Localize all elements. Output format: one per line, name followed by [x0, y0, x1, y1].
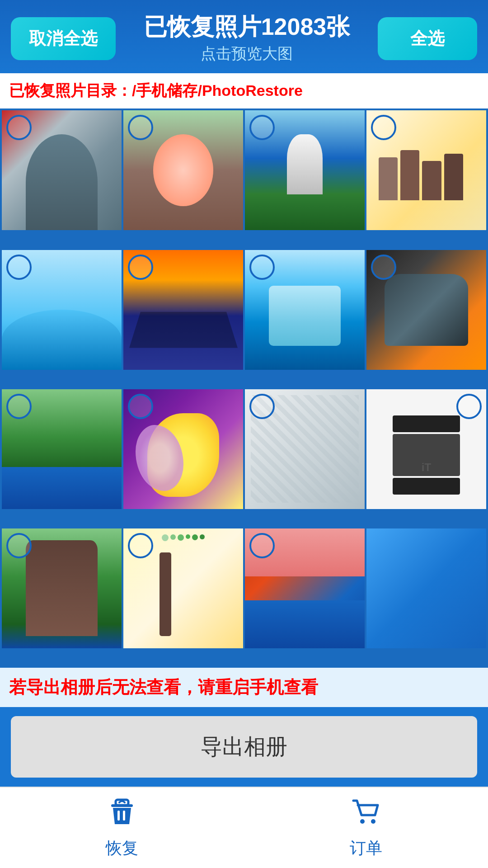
photo-cell-7[interactable] [245, 250, 365, 370]
header-center: 已恢复照片12083张 点击预览大图 [123, 13, 371, 64]
svg-point-5 [371, 819, 375, 824]
cancel-all-button[interactable]: 取消全选 [11, 17, 116, 60]
select-circle-9 [6, 394, 32, 419]
photo-cell-8[interactable] [366, 250, 486, 370]
select-circle-7 [249, 255, 275, 280]
photo-cell-6[interactable] [123, 250, 243, 370]
header-title: 已恢复照片12083张 [123, 13, 371, 41]
select-circle-6 [128, 255, 153, 280]
photo-cell-12[interactable]: iT [366, 389, 486, 509]
nav-restore[interactable]: 恢复 [0, 788, 244, 868]
select-circle-3 [249, 115, 275, 140]
nav-order[interactable]: 订单 [244, 788, 488, 868]
svg-rect-2 [117, 811, 120, 821]
bottom-nav: 恢复 订单 [0, 787, 488, 868]
svg-point-4 [360, 819, 365, 824]
photo-cell-13[interactable] [2, 528, 122, 648]
app-header: 取消全选 已恢复照片12083张 点击预览大图 全选 [0, 0, 488, 73]
warning-text: 若导出相册后无法查看，请重启手机查看 [0, 668, 488, 707]
svg-rect-3 [123, 811, 125, 821]
photo-cell-15[interactable] [245, 528, 365, 648]
cart-svg [350, 796, 382, 829]
select-circle-4 [371, 115, 396, 140]
photo-cell-16[interactable] [366, 528, 486, 648]
photo-cell-11[interactable] [245, 389, 365, 509]
select-all-button[interactable]: 全选 [378, 17, 477, 60]
select-circle-8 [371, 255, 396, 280]
export-album-button[interactable]: 导出相册 [11, 716, 477, 778]
select-circle-1 [6, 115, 32, 140]
photo-cell-10[interactable] [123, 389, 243, 509]
photo-cell-1[interactable] [2, 110, 122, 230]
select-circle-13 [6, 533, 32, 558]
select-circle-10 [128, 394, 153, 419]
photo-grid: iT [0, 108, 488, 668]
order-icon [350, 796, 382, 834]
photo-cell-5[interactable] [2, 250, 122, 370]
photo-cell-14[interactable] [123, 528, 243, 648]
header-subtitle: 点击预览大图 [123, 43, 371, 64]
select-circle-14 [128, 533, 153, 558]
photo-cell-3[interactable] [245, 110, 365, 230]
select-circle-11 [249, 394, 275, 419]
photo-cell-2[interactable] [123, 110, 243, 230]
export-section: 导出相册 [0, 707, 488, 787]
select-circle-15 [249, 533, 275, 558]
select-circle-12 [456, 394, 482, 419]
trash-svg [106, 796, 138, 829]
photo-cell-9[interactable] [2, 389, 122, 509]
photo-content-16 [366, 528, 486, 648]
restore-icon [106, 796, 138, 834]
order-label: 订单 [350, 837, 382, 859]
restore-label: 恢复 [106, 837, 138, 859]
select-circle-5 [6, 255, 32, 280]
photo-cell-4[interactable] [366, 110, 486, 230]
select-circle-2 [128, 115, 153, 140]
path-bar: 已恢复照片目录：/手机储存/PhotoRestore [0, 73, 488, 108]
